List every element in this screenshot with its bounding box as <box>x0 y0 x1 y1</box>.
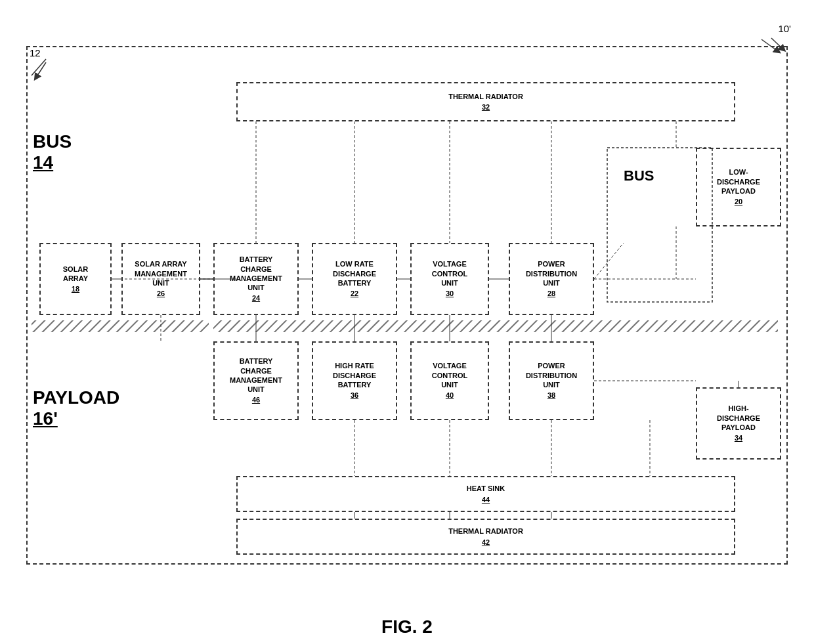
low-discharge-payload-box: LOW-DISCHARGEPAYLOAD 20 <box>696 148 781 226</box>
voltage-control-top-box: VOLTAGECONTROLUNIT 30 <box>410 243 489 315</box>
ref-12: 12 <box>30 47 41 58</box>
solar-array-box: SOLARARRAY 18 <box>39 243 112 315</box>
power-dist-bottom-box: POWERDISTRIBUTIONUNIT 38 <box>509 341 594 420</box>
ref-10-prime: 10' <box>778 23 791 34</box>
high-discharge-payload-box: HIGH-DISCHARGEPAYLOAD 34 <box>696 387 781 460</box>
solar-array-mgmt-box: SOLAR ARRAYMANAGEMENTUNIT 26 <box>121 243 200 315</box>
power-dist-top-box: POWERDISTRIBUTIONUNIT 28 <box>509 243 594 315</box>
thermal-radiator-top: THERMAL RADIATOR 32 <box>236 82 735 121</box>
payload-label: PAYLOAD 16' <box>33 387 119 429</box>
bus2-label: BUS <box>624 167 654 184</box>
thermal-radiator-bottom-box: THERMAL RADIATOR 42 <box>236 519 735 555</box>
figure-label: FIG. 2 <box>381 616 433 637</box>
battery-charge-mgmt-bottom-box: BATTERYCHARGEMANAGEMENTUNIT 46 <box>213 341 299 420</box>
bus-label: BUS 14 <box>33 131 72 173</box>
battery-charge-mgmt-top-box: BATTERYCHARGEMANAGEMENTUNIT 24 <box>213 243 299 315</box>
voltage-control-bottom-box: VOLTAGECONTROLUNIT 40 <box>410 341 489 420</box>
low-rate-discharge-box: LOW RATEDISCHARGEBATTERY 22 <box>312 243 397 315</box>
heat-sink-box: HEAT SINK 44 <box>236 476 735 512</box>
high-rate-discharge-box: HIGH RATEDISCHARGEBATTERY 36 <box>312 341 397 420</box>
